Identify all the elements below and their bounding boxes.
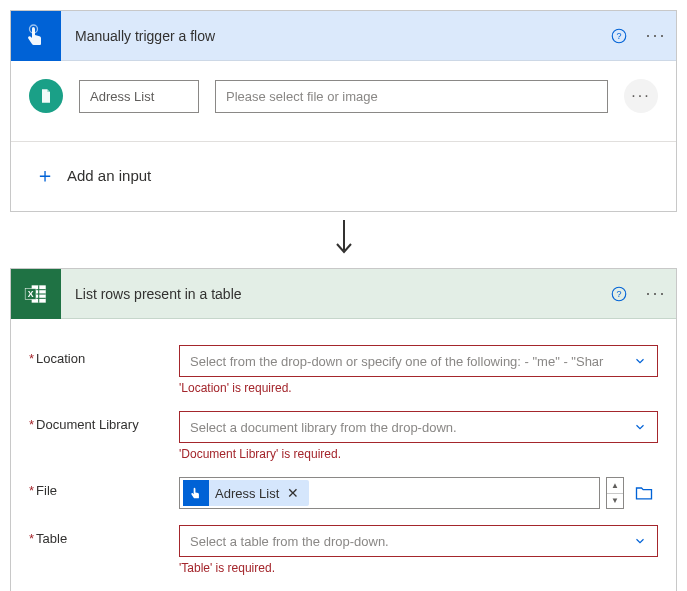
add-input-label: Add an input <box>67 167 151 184</box>
action-header[interactable]: X List rows present in a table ? ··· <box>11 269 676 319</box>
row-table: *Table Select a table from the drop-down… <box>29 517 658 583</box>
row-library: *Document Library Select a document libr… <box>29 403 658 469</box>
chevron-down-icon <box>627 534 647 548</box>
svg-text:?: ? <box>616 289 621 299</box>
help-icon: ? <box>610 27 628 45</box>
divider <box>11 141 676 142</box>
trigger-more-button[interactable]: ··· <box>636 25 676 46</box>
library-error: 'Document Library' is required. <box>179 447 658 461</box>
trigger-title: Manually trigger a flow <box>61 28 602 44</box>
file-token-label: Adress List <box>215 486 283 501</box>
chevron-down-icon <box>627 354 647 368</box>
svg-text:X: X <box>28 289 34 299</box>
location-error: 'Location' is required. <box>179 381 658 395</box>
input-value-field[interactable]: Please select file or image <box>215 80 608 113</box>
library-dropdown[interactable]: Select a document library from the drop-… <box>179 411 658 443</box>
action-card: X List rows present in a table ? ··· *Lo… <box>10 268 677 591</box>
trigger-icon <box>11 11 61 61</box>
location-dropdown[interactable]: Select from the drop-down or specify one… <box>179 345 658 377</box>
folder-icon <box>634 483 654 503</box>
row-file: *File Adress List ✕ ▲ ▼ <box>29 469 658 517</box>
label-table: Table <box>36 531 67 546</box>
label-file: File <box>36 483 57 498</box>
connector-arrow <box>10 212 677 268</box>
table-dropdown[interactable]: Select a table from the drop-down. <box>179 525 658 557</box>
svg-text:?: ? <box>616 31 621 41</box>
row-location: *Location Select from the drop-down or s… <box>29 337 658 403</box>
label-location: Location <box>36 351 85 366</box>
arrow-down-icon <box>333 220 355 260</box>
help-icon: ? <box>610 285 628 303</box>
action-more-button[interactable]: ··· <box>636 283 676 304</box>
file-picker-button[interactable] <box>630 477 658 509</box>
trigger-card: Manually trigger a flow ? ··· Adress Lis… <box>10 10 677 212</box>
add-input-button[interactable]: ＋ Add an input <box>29 162 658 189</box>
token-remove-button[interactable]: ✕ <box>283 485 303 501</box>
trigger-header[interactable]: Manually trigger a flow ? ··· <box>11 11 676 61</box>
trigger-input-row: Adress List Please select file or image … <box>29 79 658 113</box>
stepper-down[interactable]: ▼ <box>607 494 623 509</box>
action-icon: X <box>11 269 61 319</box>
table-error: 'Table' is required. <box>179 561 658 575</box>
action-title: List rows present in a table <box>61 286 602 302</box>
label-library: Document Library <box>36 417 139 432</box>
excel-icon: X <box>23 281 49 307</box>
input-more-button[interactable]: ··· <box>624 79 658 113</box>
file-stepper: ▲ ▼ <box>606 477 624 509</box>
touch-icon <box>183 480 209 506</box>
file-type-icon <box>29 79 63 113</box>
file-input[interactable]: Adress List ✕ <box>179 477 600 509</box>
trigger-help-button[interactable]: ? <box>602 27 636 45</box>
plus-icon: ＋ <box>35 162 55 189</box>
input-name-field[interactable]: Adress List <box>79 80 199 113</box>
document-icon <box>38 88 54 104</box>
file-token[interactable]: Adress List ✕ <box>183 480 309 506</box>
touch-icon <box>24 24 48 48</box>
action-help-button[interactable]: ? <box>602 285 636 303</box>
chevron-down-icon <box>627 420 647 434</box>
stepper-up[interactable]: ▲ <box>607 478 623 494</box>
